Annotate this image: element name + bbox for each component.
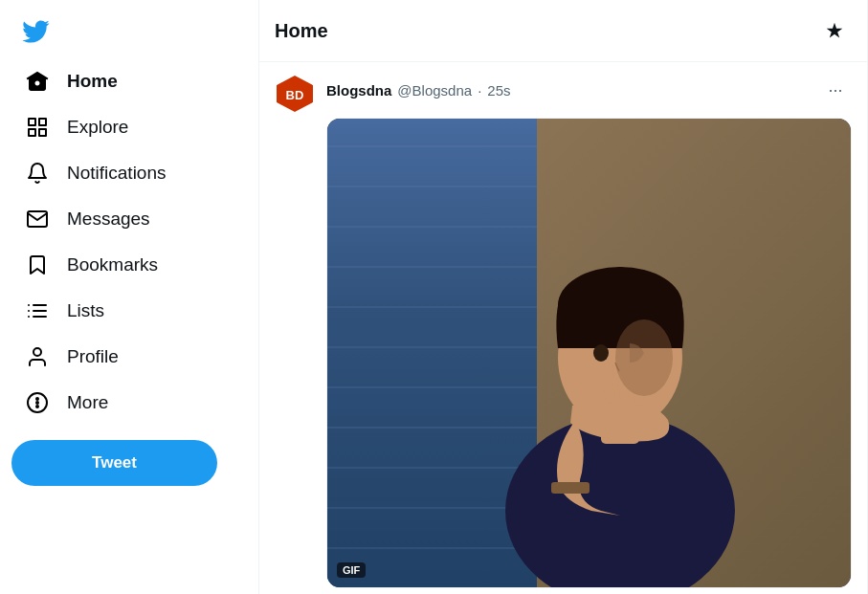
tweet-button[interactable]: Tweet xyxy=(11,440,217,486)
tweet-body: Blogsdna @Blogsdna · 25s ··· xyxy=(326,74,852,588)
sparkle-icon xyxy=(825,21,844,40)
svg-point-8 xyxy=(36,398,38,400)
person-figure xyxy=(467,157,773,587)
bookmarks-icon xyxy=(25,253,50,277)
sidebar-item-home-label: Home xyxy=(67,71,118,92)
avatar-hexagon-icon: BD xyxy=(275,74,315,114)
sidebar-item-notifications-label: Notifications xyxy=(67,163,167,184)
lists-icon xyxy=(25,298,50,323)
more-icon xyxy=(25,390,50,415)
svg-text:BD: BD xyxy=(286,88,304,102)
sparkle-button[interactable] xyxy=(817,13,852,48)
gif-badge: GIF xyxy=(337,562,366,578)
profile-icon xyxy=(25,344,50,369)
explore-icon xyxy=(25,115,50,140)
tweet-media[interactable]: GIF xyxy=(326,118,852,588)
sidebar-item-lists-label: Lists xyxy=(67,300,104,321)
svg-point-10 xyxy=(36,406,38,407)
sidebar-item-profile[interactable]: Profile xyxy=(11,335,247,379)
tweet-header: Blogsdna @Blogsdna · 25s ··· xyxy=(326,74,852,106)
sidebar-item-notifications[interactable]: Notifications xyxy=(11,151,247,195)
tweet-author-name[interactable]: Blogsdna xyxy=(326,82,391,99)
sidebar-item-bookmarks-label: Bookmarks xyxy=(67,254,158,275)
sidebar-item-explore[interactable]: Explore xyxy=(11,105,247,149)
messages-icon xyxy=(25,207,50,231)
svg-point-6 xyxy=(33,348,41,356)
sidebar-item-bookmarks[interactable]: Bookmarks xyxy=(11,243,247,287)
sidebar-item-profile-label: Profile xyxy=(67,346,119,367)
main-content: Home BD Blogsdna @Blogsdna · 25s xyxy=(258,0,868,594)
sidebar-item-home[interactable]: Home xyxy=(11,59,247,103)
sidebar-item-more[interactable]: More xyxy=(11,381,247,425)
svg-point-19 xyxy=(615,319,673,396)
sidebar-item-more-label: More xyxy=(67,392,108,413)
tweet-separator: · xyxy=(478,82,481,99)
tweet-time: 25s xyxy=(487,82,510,99)
svg-point-17 xyxy=(593,344,609,362)
tweet-more-button[interactable]: ··· xyxy=(819,74,852,106)
page-title: Home xyxy=(275,20,328,42)
sidebar-item-explore-label: Explore xyxy=(67,117,128,138)
sidebar-nav: Home Explore Notifications xyxy=(11,59,247,425)
sidebar-item-lists[interactable]: Lists xyxy=(11,289,247,333)
twitter-logo[interactable] xyxy=(11,8,59,55)
home-icon xyxy=(25,69,50,94)
tweet: BD Blogsdna @Blogsdna · 25s ··· xyxy=(259,62,867,594)
notifications-icon xyxy=(25,161,50,186)
sidebar: Home Explore Notifications xyxy=(0,0,258,594)
svg-point-9 xyxy=(36,402,38,404)
sidebar-item-messages-label: Messages xyxy=(67,209,150,230)
twitter-bird-icon xyxy=(21,17,50,46)
tweet-user-info: Blogsdna @Blogsdna · 25s xyxy=(326,82,510,99)
tweet-image xyxy=(327,119,851,587)
svg-rect-18 xyxy=(551,482,590,494)
avatar[interactable]: BD xyxy=(275,74,315,114)
sidebar-item-messages[interactable]: Messages xyxy=(11,197,247,241)
tweet-author-handle: @Blogsdna xyxy=(397,82,472,99)
main-header: Home xyxy=(259,0,867,62)
